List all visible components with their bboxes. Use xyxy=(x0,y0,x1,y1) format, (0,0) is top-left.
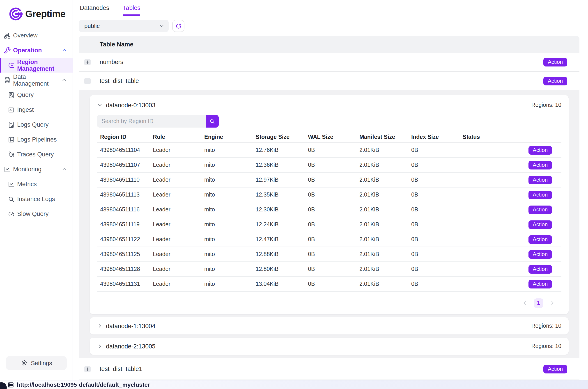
sidebar-item-region-management[interactable]: Region Management xyxy=(0,58,73,73)
action-button[interactable]: Action xyxy=(543,77,567,85)
action-button[interactable]: Action xyxy=(528,220,552,229)
sidebar-section-operation[interactable]: Operation xyxy=(0,43,73,58)
sidebar-item-logs-query[interactable]: Logs Query xyxy=(0,117,73,132)
next-page-icon[interactable] xyxy=(550,300,555,306)
sidebar-section-monitoring[interactable]: Monitoring xyxy=(0,162,73,177)
tab-bar: Datanodes Tables xyxy=(73,0,588,16)
server-icon xyxy=(8,382,14,388)
region-table-row: 4398046511119 Leader mito 12.24KiB 0B 2.… xyxy=(97,217,561,232)
sidebar-item-metrics[interactable]: Metrics xyxy=(0,177,73,192)
schema-select[interactable]: public xyxy=(79,20,169,32)
settings-button[interactable]: Settings xyxy=(6,356,67,370)
action-button[interactable]: Action xyxy=(528,280,552,288)
sidebar-item-ingest[interactable]: Ingest xyxy=(0,102,73,117)
column-storage-size: Storage Size xyxy=(253,134,305,140)
action-button[interactable]: Action xyxy=(528,146,552,154)
tables-table: Table Name numbers Action test_dist_tabl… xyxy=(79,36,579,380)
manifest-size-cell: 2.01KiB xyxy=(356,221,408,228)
manifest-size-cell: 2.01KiB xyxy=(356,206,408,213)
corner-widget[interactable] xyxy=(0,382,7,389)
region-id-cell: 4398046511113 xyxy=(97,192,150,198)
table-row-numbers[interactable]: numbers Action xyxy=(79,53,579,72)
manifest-size-cell: 2.01KiB xyxy=(356,281,408,287)
action-button[interactable]: Action xyxy=(528,250,552,259)
sidebar-nav: Overview Operation Region Management xyxy=(0,28,73,221)
column-header-table-name: Table Name xyxy=(100,41,133,48)
engine-cell: mito xyxy=(201,192,253,198)
region-id-cell: 4398046511110 xyxy=(97,177,150,183)
region-id-cell: 4398046511122 xyxy=(97,236,150,243)
expand-plus-icon[interactable] xyxy=(84,59,91,65)
wal-size-cell: 0B xyxy=(305,177,356,183)
chevron-down-icon xyxy=(159,23,164,28)
actions-cell: Action xyxy=(506,220,561,229)
region-table-row: 4398046511122 Leader mito 12.47KiB 0B 2.… xyxy=(97,232,561,247)
index-size-cell: 0B xyxy=(408,281,459,287)
action-button[interactable]: Action xyxy=(528,191,552,199)
sidebar-item-slow-query[interactable]: Slow Query xyxy=(0,206,73,221)
action-button[interactable]: Action xyxy=(528,235,552,244)
wal-size-cell: 0B xyxy=(305,162,356,168)
logs-pipelines-icon xyxy=(8,136,15,143)
actions-cell: Action xyxy=(506,235,561,244)
sidebar-item-label: Overview xyxy=(13,32,37,39)
index-size-cell: 0B xyxy=(408,162,459,168)
region-id-cell: 4398046511119 xyxy=(97,221,150,228)
page-number[interactable]: 1 xyxy=(534,298,543,308)
engine-cell: mito xyxy=(201,251,253,257)
storage-size-cell: 13.04KiB xyxy=(253,281,305,287)
settings-label: Settings xyxy=(31,360,52,366)
refresh-button[interactable] xyxy=(172,20,184,32)
sidebar-section-data-management[interactable]: Data Management xyxy=(0,73,73,87)
toolbar: public xyxy=(73,16,588,36)
database-icon xyxy=(4,76,11,84)
sidebar-item-query[interactable]: Query xyxy=(0,87,73,102)
tab-datanodes[interactable]: Datanodes xyxy=(80,0,109,16)
overview-icon xyxy=(4,32,11,39)
column-status: Status xyxy=(459,134,506,140)
action-button[interactable]: Action xyxy=(543,365,567,373)
previous-page-icon[interactable] xyxy=(522,300,527,306)
storage-size-cell: 12.80KiB xyxy=(253,266,305,272)
wal-size-cell: 0B xyxy=(305,221,356,228)
datanode-0-header[interactable]: datanode-0:13003 Regions: 10 xyxy=(97,95,561,115)
endpoint-url[interactable]: http://localhost:19095 xyxy=(17,381,77,388)
datanode-1-header[interactable]: datanode-1:13004 Regions: 10 xyxy=(90,317,569,334)
action-button[interactable]: Action xyxy=(543,58,567,66)
table-row-test-dist-table[interactable]: test_dist_table Action xyxy=(79,72,579,90)
region-id-cell: 4398046511131 xyxy=(97,281,150,287)
chevron-up-icon xyxy=(62,78,67,82)
wal-size-cell: 0B xyxy=(305,236,356,243)
chevron-right-icon xyxy=(97,323,102,329)
index-size-cell: 0B xyxy=(408,266,459,272)
brand-logo[interactable]: Greptime xyxy=(0,0,73,21)
sidebar-item-instance-logs[interactable]: Instance Logs xyxy=(0,192,73,206)
action-button[interactable]: Action xyxy=(528,265,552,273)
region-search-input[interactable] xyxy=(97,115,206,128)
action-button[interactable]: Action xyxy=(528,205,552,214)
datanode-2-header[interactable]: datanode-2:13005 Regions: 10 xyxy=(90,338,569,355)
region-id-cell: 4398046511125 xyxy=(97,251,150,257)
region-search xyxy=(97,115,219,128)
action-button[interactable]: Action xyxy=(528,161,552,169)
action-button[interactable]: Action xyxy=(528,176,552,184)
datanode-0-card: datanode-0:13003 Regions: 10 Region ID xyxy=(90,95,569,314)
tab-tables[interactable]: Tables xyxy=(123,0,140,16)
column-role: Role xyxy=(150,134,201,140)
region-search-button[interactable] xyxy=(206,115,219,128)
table-row-test-dist-table1[interactable]: test_dist_table1 Action xyxy=(79,358,579,380)
role-cell: Leader xyxy=(150,221,201,228)
chevron-up-icon xyxy=(62,167,67,172)
region-table-body: 4398046511104 Leader mito 12.76KiB 0B 2.… xyxy=(97,143,561,292)
sidebar-item-label: Ingest xyxy=(17,106,34,113)
app-root: Greptime Overview Operation xyxy=(0,0,588,389)
collapse-minus-icon[interactable] xyxy=(84,78,91,84)
index-size-cell: 0B xyxy=(408,192,459,198)
sidebar-item-overview[interactable]: Overview xyxy=(0,28,73,43)
sidebar-item-traces-query[interactable]: Traces Query xyxy=(0,147,73,162)
cluster-name[interactable]: default/default_mycluster xyxy=(79,381,150,388)
wrench-icon xyxy=(4,47,11,54)
sidebar-item-logs-pipelines[interactable]: Logs Pipelines xyxy=(0,132,73,147)
expand-plus-icon[interactable] xyxy=(84,366,91,372)
index-size-cell: 0B xyxy=(408,177,459,183)
